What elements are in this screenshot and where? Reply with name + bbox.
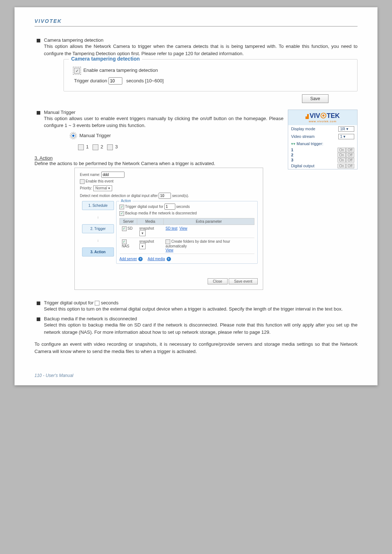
save-button[interactable]: Save (302, 94, 328, 103)
bullet-icon (37, 301, 40, 305)
bullet-icon (37, 111, 40, 115)
trigger-duration-units: seconds [10~600] (126, 78, 164, 83)
row-sd-check[interactable]: ✓ (122, 226, 127, 231)
trigger-do-units: seconds (176, 205, 189, 209)
trigger-duration-input[interactable] (109, 77, 122, 85)
mt-row-3: 3 (291, 158, 293, 162)
close-button[interactable]: Close (208, 278, 228, 284)
event-panel: Event name: Enable this event Priority: … (74, 168, 263, 290)
media-select[interactable]: ▾ (139, 243, 146, 249)
manual-trigger-radio-label: Manual Trigger (79, 133, 111, 138)
tampering-legend: Camera tampering detection (69, 56, 142, 62)
logo-url: www.vivotek.com (290, 120, 355, 123)
backup-label: Backup media if the network is disconnec… (125, 211, 197, 215)
footer: 110 - User's Manual (34, 373, 358, 378)
plus-icon: + (138, 257, 143, 261)
create-folders-label: Create folders by date time and hour aut… (166, 239, 230, 248)
sd-test-link[interactable]: SD test (166, 226, 177, 230)
table-row: ✓ NAS snapshot ▾ Create folders by date … (120, 238, 254, 254)
logo-text: VIV⦿TEK (310, 112, 340, 119)
view-link[interactable]: View (179, 226, 187, 230)
th-extra: Extra parameter (163, 218, 254, 225)
rule (34, 26, 358, 26)
plus-icon: + (167, 257, 171, 261)
display-mode-select[interactable]: 1R ▾ (338, 126, 354, 132)
do-units: seconds (101, 300, 118, 305)
mt2-on[interactable]: On (338, 153, 346, 157)
step-schedule[interactable]: 1. Schedule (82, 201, 114, 210)
bk-body: Select this option to backup media file … (44, 321, 358, 336)
final-para: To configure an event with video recordi… (34, 341, 358, 355)
mt1-on[interactable]: On (338, 148, 346, 152)
vivotek-panel: ▟ VIV⦿TEK www.vivotek.com Display mode 1… (288, 110, 358, 169)
event-name-input[interactable] (101, 172, 124, 178)
enable-event-label: Enable this event (86, 179, 114, 183)
do-body: Select this option to turn on the extern… (44, 305, 343, 313)
mt-check-1-label: 1 (86, 144, 89, 149)
enable-tamper-checkbox[interactable]: ✓ (74, 68, 80, 74)
detect-input[interactable] (159, 193, 171, 199)
backup-check[interactable]: ✓ (119, 211, 124, 216)
mt-row-2: 2 (291, 153, 293, 157)
th-media: Media (137, 218, 163, 225)
enable-event-checkbox[interactable] (80, 179, 85, 184)
mt3-off[interactable]: Off (346, 158, 354, 163)
save-event-button[interactable]: Save event (229, 278, 258, 284)
manual-trigger-radio[interactable] (71, 133, 76, 138)
enable-tamper-label: Enable camera tampering detection (83, 67, 158, 73)
video-stream-select[interactable]: 1 ▾ (338, 134, 354, 139)
arrow-icon: ↓ (97, 215, 99, 219)
chevron-down-icon[interactable]: ▾▾ (291, 141, 295, 146)
trigger-do-label: Trigger digital output for (125, 205, 163, 209)
digital-output-label: Digital output (291, 164, 314, 168)
priority-label: Priority: (80, 186, 92, 190)
do-placeholder-box (95, 301, 99, 305)
bullet-icon (37, 317, 40, 321)
table-row: ✓ SD snapshot ▾ SD test View (120, 225, 254, 238)
mt-check-3-label: 3 (115, 144, 118, 149)
tampering-fieldset: Camera tampering detection ✓ Enable came… (64, 59, 358, 91)
mt2-off[interactable]: Off (346, 153, 354, 157)
tampering-title: Camera tampering detection (44, 37, 103, 43)
step-trigger[interactable]: 2. Trigger (82, 224, 114, 233)
bullet-icon (37, 39, 40, 42)
row-nas-check[interactable]: ✓ (122, 239, 127, 244)
do-on[interactable]: On (338, 164, 346, 168)
detect-label-b: second(s). (172, 194, 189, 198)
trigger-do-input[interactable] (164, 204, 175, 210)
brand: VIVOTEK (34, 18, 358, 24)
mt3-on[interactable]: On (338, 158, 346, 163)
action-table: Server Media Extra parameter ✓ SD snapsh… (119, 218, 254, 254)
manual-body: This option allows user to enable event … (44, 115, 283, 129)
trigger-do-check[interactable]: ✓ (119, 205, 124, 209)
bk-title: Backup media if the network is disconnec… (44, 316, 137, 321)
trigger-duration-label: Trigger duration (74, 78, 107, 83)
priority-select[interactable]: Normal ▾ (93, 185, 112, 191)
mt-row-1: 1 (291, 148, 293, 152)
media-select[interactable]: ▾ (139, 230, 146, 236)
view-link[interactable]: View (166, 248, 173, 252)
display-mode-label: Display mode (291, 127, 315, 131)
detect-label-a: Detect next motion detection or digital … (80, 194, 158, 198)
mt-check-2-label: 2 (101, 144, 103, 149)
mt-check-2[interactable] (93, 144, 98, 150)
create-folders-check[interactable] (166, 239, 170, 244)
add-server-link[interactable]: Add server (119, 257, 137, 261)
mt1-off[interactable]: Off (346, 148, 354, 152)
logo-icon: ▟ (306, 114, 309, 119)
add-media-link[interactable]: Add media (148, 257, 165, 261)
video-stream-label: Video stream (291, 134, 315, 139)
do-off[interactable]: Off (346, 164, 354, 168)
mt-label: Manual trigger: (297, 141, 323, 146)
arrow-icon: ↓ (97, 238, 99, 242)
manual-title: Manual Trigger (44, 110, 75, 115)
tampering-body: This option allows the Network Camera to… (44, 43, 358, 57)
do-title: Trigger digital output for (44, 300, 94, 305)
event-name-label: Event name: (80, 173, 100, 177)
mt-check-1[interactable] (78, 144, 84, 150)
th-server: Server (120, 218, 137, 225)
step-action[interactable]: 3. Action (82, 247, 114, 257)
mt-check-3[interactable] (107, 144, 113, 150)
action-legend: Action (119, 199, 132, 203)
